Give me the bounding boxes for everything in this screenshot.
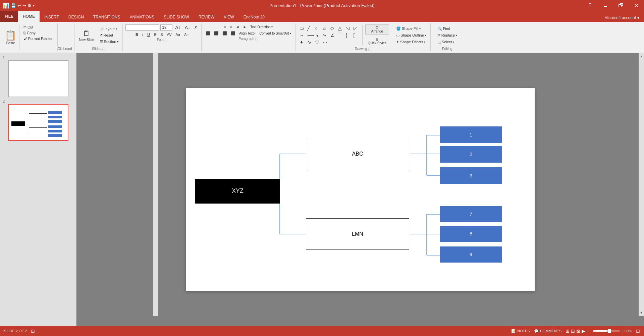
change-case-button[interactable]: Aa [174, 32, 181, 37]
shape-circle[interactable]: ○ [314, 25, 321, 32]
shape-triangle1[interactable]: △ [337, 25, 344, 32]
shape-arrow2[interactable]: ⟶ [306, 32, 313, 39]
shape-diamond[interactable]: ◇ [329, 25, 336, 32]
notes-button[interactable]: 📝 NOTES [511, 329, 530, 333]
drawing-expand-icon[interactable]: ⬚ [368, 47, 371, 51]
save-icon[interactable]: 💾 [11, 3, 16, 8]
char-spacing-button[interactable]: AV [166, 32, 173, 37]
close-button[interactable]: ✕ [629, 0, 644, 11]
italic-button[interactable]: I [141, 32, 145, 37]
font-expand-icon[interactable]: ⬚ [164, 38, 167, 42]
underline-button[interactable]: U [146, 32, 151, 37]
shape-curve1[interactable]: ⌒ [337, 32, 344, 39]
dropdown-icon[interactable]: ▾ [33, 4, 35, 7]
increase-font-button[interactable]: A↑ [174, 24, 182, 31]
shape-connector[interactable]: ∠ [329, 32, 336, 39]
text-shadow-button[interactable]: S [159, 32, 164, 37]
bold-button[interactable]: B [134, 32, 140, 37]
restore-button[interactable]: 🗗 [613, 0, 629, 11]
reset-button[interactable]: ↺ Reset [98, 33, 120, 38]
tab-file[interactable]: FILE [0, 11, 18, 22]
slideshow-button[interactable]: ▶ [582, 328, 585, 334]
quick-styles-button[interactable]: ⊞ Quick Styles [365, 36, 389, 46]
convert-smartart-button[interactable]: Convert to SmartArt ▾ [258, 31, 292, 36]
tab-animations[interactable]: ANIMATIONS [125, 12, 159, 22]
tab-design[interactable]: DESIGN [64, 12, 89, 22]
format-painter-button[interactable]: 🖌 Format Painter [22, 36, 54, 41]
shape-effects-button[interactable]: ✦ Shape Effects ▾ [395, 39, 428, 45]
reading-view-button[interactable]: ⊠ [576, 328, 580, 334]
shape-heart[interactable]: ♡ [314, 39, 321, 46]
shape-brace[interactable]: { [344, 32, 352, 39]
zoom-out-button[interactable]: − [589, 329, 591, 333]
paragraph-expand-icon[interactable]: ⬚ [255, 37, 258, 41]
select-button[interactable]: ⬚ Select ▾ [436, 39, 459, 45]
strikethrough-button[interactable]: S [153, 32, 158, 37]
normal-view-button[interactable]: ⊞ [566, 328, 570, 334]
shape-more[interactable]: ⋯ [321, 39, 329, 46]
shape-arrow1[interactable]: → [298, 32, 306, 39]
slide-sorter-button[interactable]: ⊟ [571, 328, 575, 334]
minimize-button[interactable]: 🗕 [598, 0, 613, 11]
help-button[interactable]: ? [582, 0, 598, 11]
layout-button[interactable]: ⊞ Layout ▾ [98, 26, 120, 32]
decrease-font-button[interactable]: A↓ [183, 24, 192, 31]
fit-page-button[interactable]: ⊡ [636, 328, 640, 334]
align-left-button[interactable]: ⬛ [204, 31, 212, 36]
shape-line[interactable]: ╱ [306, 25, 313, 32]
shape-triangle3[interactable]: ◸ [352, 25, 360, 32]
font-size-input[interactable] [160, 24, 172, 31]
tab-view[interactable]: VIEW [219, 12, 239, 22]
shape-triangle2[interactable]: ◹ [344, 25, 352, 32]
tab-slideshow[interactable]: SLIDE SHOW [159, 12, 194, 22]
decrease-indent-button[interactable]: ◄ [234, 24, 241, 30]
zoom-slider[interactable] [593, 330, 620, 332]
slide-thumbnail-2[interactable] [8, 104, 68, 141]
align-right-button[interactable]: ⬛ [221, 31, 228, 36]
xyz-box[interactable]: XYZ [195, 179, 280, 204]
new-slide-button[interactable]: 🗒 New Slide [77, 28, 96, 43]
blue-box-9[interactable]: 9 [440, 246, 502, 263]
lmn-box[interactable]: LMN [306, 218, 409, 250]
redo-icon[interactable]: ↪ [22, 3, 26, 8]
justify-button[interactable]: ⬛ [229, 31, 237, 36]
slides-expand-icon[interactable]: ⬚ [102, 47, 105, 51]
increase-indent-button[interactable]: ► [241, 24, 248, 30]
blue-box-8[interactable]: 8 [440, 226, 502, 242]
shape-parallelogram[interactable]: ▱ [321, 25, 329, 32]
tab-transitions[interactable]: TRANSITIONS [89, 12, 125, 22]
align-text-button[interactable]: Align Text ▾ [238, 31, 257, 36]
scroll-up-icon[interactable]: ▲ [640, 54, 643, 58]
section-button[interactable]: ☰ Section ▾ [98, 39, 120, 45]
font-name-input[interactable] [125, 24, 159, 31]
fit-slide-icon[interactable]: ⊡ [31, 328, 35, 334]
shape-rect[interactable]: ▭ [298, 25, 306, 32]
shape-wave[interactable]: ∿ [306, 39, 313, 46]
font-color-button[interactable]: A▾ [183, 32, 190, 37]
customize-icon[interactable]: ⚙ [28, 3, 32, 8]
cut-button[interactable]: ✂ Cut [22, 24, 54, 30]
shape-arrow4[interactable]: ⤷ [321, 32, 329, 39]
copy-button[interactable]: ⎘ Copy [22, 30, 54, 36]
arrange-button[interactable]: ⧠ Arrange [365, 24, 389, 35]
comments-button[interactable]: 💬 COMMENTS [534, 329, 561, 333]
shape-outline-button[interactable]: ▭ Shape Outline ▾ [395, 33, 428, 38]
shape-arrow3[interactable]: ↳ [314, 32, 321, 39]
scroll-down-icon[interactable]: ▼ [640, 311, 643, 315]
find-button[interactable]: 🔍 Find [436, 26, 459, 32]
tab-home[interactable]: HOME [18, 11, 40, 22]
slide-canvas[interactable]: XYZ ABC LMN 1 2 3 [186, 88, 535, 291]
canvas-area[interactable]: ▲ ▼ [76, 53, 644, 326]
tab-insert[interactable]: INSERT [40, 12, 64, 22]
tab-endnote[interactable]: EndNote 20 [239, 12, 269, 22]
replace-button[interactable]: ⇄ Replace ▾ [436, 33, 459, 38]
blue-box-1[interactable]: 1 [440, 126, 502, 143]
columns-button[interactable]: Text Direction ▾ [249, 24, 274, 30]
shape-bracket[interactable]: [ [352, 32, 360, 39]
slide-thumbnail-1[interactable] [8, 60, 68, 97]
blue-box-3[interactable]: 3 [440, 167, 502, 184]
bullets-button[interactable]: ≡ [223, 24, 227, 30]
slides-panel[interactable]: 1 2 [0, 53, 76, 326]
zoom-in-button[interactable]: + [621, 329, 623, 333]
numbering-button[interactable]: ≡ [228, 24, 233, 30]
